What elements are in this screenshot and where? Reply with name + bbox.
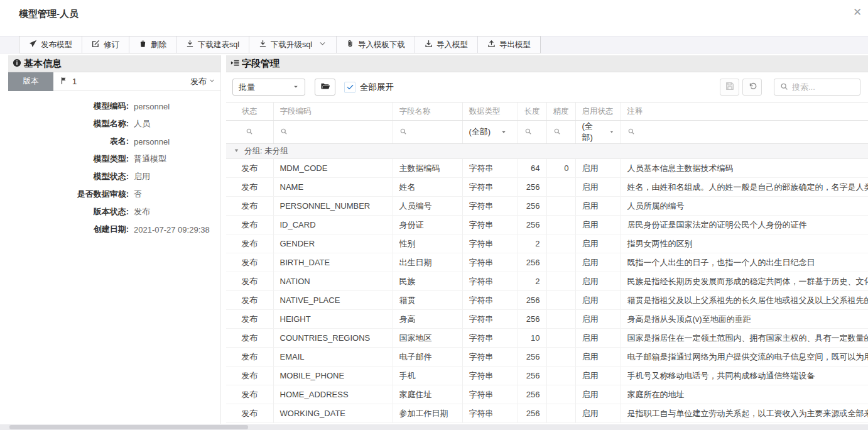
- table-row[interactable]: 发布 HEIGHT 身高 字符串 256 启用 身高是指从头顶点(v)至地面的垂…: [226, 310, 868, 329]
- info-row-data-audit: 是否数据审核:否: [8, 185, 220, 203]
- table-row[interactable]: 发布 MDM_CODE 主数据编码 字符串 64 0 启用 人员基本信息主数据技…: [226, 159, 868, 178]
- revise-button[interactable]: 修订: [82, 36, 129, 53]
- info-icon: [13, 58, 21, 69]
- cell-precision: [546, 404, 575, 423]
- cell-precision: [546, 272, 575, 291]
- cell-type: 字符串: [462, 329, 518, 348]
- field-search-box[interactable]: [774, 79, 860, 96]
- column-header-precision[interactable]: 精度: [546, 102, 575, 121]
- cell-precision: [546, 348, 575, 367]
- horizontal-scrollbar[interactable]: [0, 424, 868, 430]
- column-header-code[interactable]: 字段编码: [273, 102, 393, 121]
- cell-length: 256: [518, 253, 546, 272]
- button-label: 导出模型: [499, 40, 531, 50]
- field-table-body: 分组: 未分组 发布 MDM_CODE 主数据编码 字符串 64 0 启用 人员…: [226, 144, 868, 423]
- filter-code[interactable]: [273, 121, 393, 144]
- table-row[interactable]: 发布 COUNTRIES_REGIONS 国家地区 字符串 10 启用 国家是指…: [226, 329, 868, 348]
- column-header-status[interactable]: 状态: [226, 102, 273, 121]
- download-create-sql-button[interactable]: 下载建表sql: [176, 36, 249, 53]
- close-icon[interactable]: ✕: [850, 5, 864, 19]
- table-row[interactable]: 发布 EMAIL 电子邮件 字符串 256 启用 电子邮箱是指通过网络为用户提供…: [226, 348, 868, 367]
- panel-title: 字段管理: [242, 58, 279, 70]
- cell-name: 身份证: [393, 216, 462, 234]
- cell-length: 256: [518, 348, 546, 367]
- table-row[interactable]: 发布 HOME_ADDRESS 家庭住址 字符串 256 启用 家庭所在的地址: [226, 385, 868, 404]
- column-header-name[interactable]: 字段名称: [393, 102, 462, 121]
- tab-version[interactable]: 版本: [8, 72, 53, 91]
- cell-status: 发布: [226, 253, 273, 272]
- batch-select[interactable]: 批量: [232, 79, 305, 96]
- table-row[interactable]: 发布 GENDER 性别 字符串 2 启用 指男女两性的区别: [226, 234, 868, 253]
- cell-precision: [546, 216, 575, 234]
- filter-length[interactable]: [518, 121, 546, 144]
- search-input[interactable]: [792, 82, 854, 92]
- save-icon: [725, 82, 734, 93]
- filter-precision[interactable]: [546, 121, 575, 144]
- cell-length: 2: [518, 234, 546, 253]
- cell-comment: 居民身份证是国家法定的证明公民个人身份的证件: [621, 216, 868, 234]
- column-header-comment[interactable]: 注释: [621, 102, 868, 121]
- scrollbar-thumb[interactable]: [9, 425, 248, 429]
- table-row[interactable]: 发布 PERSONNEL_NUMBER 人员编号 字符串 256 启用 人员所属…: [226, 197, 868, 216]
- column-header-type[interactable]: 数据类型: [462, 102, 518, 121]
- cell-enabled: 启用: [575, 216, 621, 234]
- field-management-header: 字段管理: [226, 55, 868, 72]
- download-upgrade-sql-button[interactable]: 下载升级sql: [249, 36, 337, 53]
- cell-status: 发布: [226, 329, 273, 348]
- undo-button[interactable]: [742, 79, 762, 96]
- table-row[interactable]: 发布 NAME 姓名 字符串 256 启用 姓名，由姓和名组成。人的姓一般是自己…: [226, 178, 868, 197]
- field-value: 发布: [134, 206, 150, 218]
- cell-name: 人员编号: [393, 197, 462, 216]
- table-row[interactable]: 发布 BIRTH_DATE 出生日期 字符串 256 启用 既指一个人出生的日子…: [226, 253, 868, 272]
- chevron-down-icon[interactable]: [318, 40, 327, 50]
- cell-enabled: 启用: [575, 253, 621, 272]
- cell-length: 2: [518, 272, 546, 291]
- cell-length: 256: [518, 216, 546, 234]
- cell-type: 字符串: [462, 291, 518, 310]
- version-status-dropdown[interactable]: 发布: [190, 76, 215, 87]
- field-label: 模型编码:: [8, 101, 129, 112]
- cell-type: 字符串: [462, 310, 518, 329]
- publish-model-button[interactable]: 发布模型: [19, 36, 82, 53]
- table-row[interactable]: 发布 MOBILE_PHONE 手机 字符串 256 启用 手机号又称移动电话号…: [226, 367, 868, 385]
- table-row[interactable]: 发布 ID_CARD 身份证 字符串 256 启用 居民身份证是国家法定的证明公…: [226, 216, 868, 234]
- column-header-enabled[interactable]: 启用状态: [575, 102, 621, 121]
- cell-length: 10: [518, 329, 546, 348]
- table-row[interactable]: 发布 NATION 民族 字符串 2 启用 民族是指经长期历史发展而形成的稳定共…: [226, 272, 868, 291]
- export-model-button[interactable]: 导出模型: [478, 36, 540, 53]
- filter-status[interactable]: [226, 121, 273, 144]
- table-row[interactable]: 发布 WORKING_DATE 参加工作日期 字符串 256 启用 是指职工自与…: [226, 404, 868, 423]
- group-label: 分组: 未分组: [244, 146, 288, 155]
- cell-status: 发布: [226, 310, 273, 329]
- panel-title: 基本信息: [24, 58, 62, 70]
- cell-enabled: 启用: [575, 329, 621, 348]
- save-button[interactable]: [720, 79, 739, 96]
- cell-precision: [546, 178, 575, 197]
- import-template-download-button[interactable]: 导入模板下载: [337, 36, 415, 53]
- field-label: 是否数据审核:: [8, 189, 129, 200]
- button-label: 发布模型: [41, 40, 72, 50]
- filter-type-select[interactable]: (全部): [462, 121, 518, 144]
- field-table: 状态 字段编码 字段名称 数据类型 长度 精度 启用状态 注释 (全部): [226, 102, 868, 423]
- table-row[interactable]: 发布 NATIVE_PLACE 籍贯 字符串 256 启用 籍贯是指祖父及以上父…: [226, 291, 868, 310]
- field-value: personnel: [134, 137, 170, 146]
- field-label: 模型名称:: [8, 118, 129, 130]
- cell-type: 字符串: [462, 348, 518, 367]
- cell-code: GENDER: [273, 234, 393, 253]
- expand-all-checkbox[interactable]: 全部展开: [344, 79, 394, 96]
- folder-button[interactable]: [315, 79, 335, 96]
- filter-name[interactable]: [393, 121, 462, 144]
- cell-code: COUNTRIES_REGIONS: [273, 329, 393, 348]
- filter-enabled-select[interactable]: (全部): [575, 121, 621, 144]
- import-model-button[interactable]: 导入模型: [415, 36, 478, 53]
- cell-comment: 既指一个人出生的日子，也指一个人的出生日纪念日: [621, 253, 868, 272]
- filter-comment[interactable]: [621, 121, 868, 144]
- cell-name: 籍贯: [393, 291, 462, 310]
- field-value: 普通模型: [134, 153, 166, 165]
- group-row-ungrouped[interactable]: 分组: 未分组: [226, 144, 868, 159]
- version-flag-area: 1: [53, 77, 190, 87]
- delete-button[interactable]: 删除: [129, 36, 176, 53]
- cell-length: 256: [518, 178, 546, 197]
- column-header-length[interactable]: 长度: [518, 102, 546, 121]
- cell-status: 发布: [226, 404, 273, 423]
